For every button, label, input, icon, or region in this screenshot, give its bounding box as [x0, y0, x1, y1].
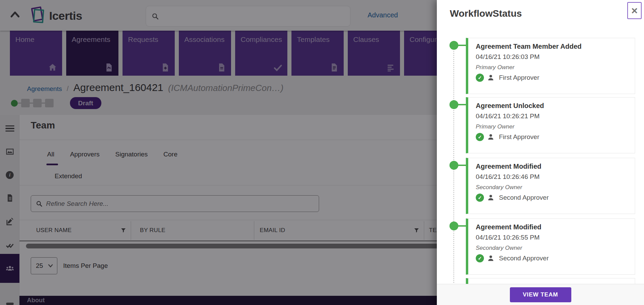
timeline-dot	[449, 222, 458, 230]
section-title: Team	[31, 120, 55, 131]
brand-name: Icertis	[49, 9, 82, 22]
person-icon	[487, 74, 494, 81]
document-plus-icon	[160, 63, 170, 72]
about-link[interactable]: About	[27, 297, 45, 304]
document-chart-icon	[104, 63, 114, 72]
step-pending-2	[33, 99, 42, 107]
nav-tab-clauses[interactable]: Clauses	[348, 31, 400, 76]
view-team-button[interactable]: VIEW TEAM	[510, 287, 571, 302]
tab-signatories[interactable]: Signatories	[115, 151, 148, 158]
icertis-logo-icon	[30, 6, 48, 25]
step-pending-1	[21, 99, 30, 107]
breadcrumb-agreements-link[interactable]: Agreements	[27, 85, 62, 93]
list-icon	[386, 63, 395, 72]
event-owner: Primary Owner	[476, 64, 514, 71]
workflow-timeline: Agreement Team Member Added 04/16/21 10:…	[437, 0, 644, 284]
search-icon	[36, 200, 43, 207]
event-owner: Secondary Owner	[476, 245, 522, 251]
side-rail: i	[0, 115, 19, 305]
more-icon[interactable]	[0, 295, 19, 305]
approver-name: First Approver	[499, 133, 539, 141]
person-icon	[487, 255, 494, 262]
nav-tab-compliances[interactable]: Compliances	[235, 31, 287, 76]
nav-tab-agreements[interactable]: Agreements	[66, 31, 118, 76]
timeline-event-card: Agreement Unlocked 04/16/21 10:26:21 PM …	[466, 97, 635, 153]
nav-tab-associations[interactable]: Associations	[179, 31, 231, 76]
filter-icon[interactable]	[414, 228, 419, 233]
event-approver-row: ✓ Second Approver	[476, 254, 549, 262]
home-icon	[48, 63, 57, 72]
timeline-event-card-partial	[466, 278, 635, 284]
breadcrumb: Agreements / Agreement_160421 (ICMAutoma…	[27, 82, 284, 93]
nav-tab-requests[interactable]: Requests	[123, 31, 175, 76]
event-approver-row: ✓ Second Approver	[476, 194, 549, 202]
info-icon[interactable]: i	[0, 166, 19, 184]
step-done-dot	[11, 100, 18, 107]
event-owner: Primary Owner	[476, 123, 514, 130]
column-by-rule[interactable]: BY RULE	[131, 220, 254, 241]
document-icon	[217, 63, 226, 72]
document-lines-icon	[329, 63, 339, 72]
check-circle-icon: ✓	[476, 74, 484, 82]
person-icon	[487, 194, 494, 201]
person-icon	[487, 134, 494, 140]
timeline-dot	[449, 161, 458, 170]
global-search	[146, 6, 350, 27]
chevron-down-icon	[47, 263, 54, 268]
workflow-progress-steps: Draft	[11, 97, 101, 109]
primary-nav: Home Agreements Requests Associations Co…	[10, 31, 456, 76]
search-icon	[152, 13, 159, 20]
breadcrumb-separator: /	[67, 85, 69, 93]
workflow-status-panel: WorkflowStatus × Agreement Team Member A…	[437, 0, 644, 305]
tab-core[interactable]: Core	[163, 151, 177, 158]
icertis-logo: Icertis	[30, 6, 82, 25]
active-tab-underline	[46, 164, 58, 165]
items-per-page-select[interactable]: 25	[31, 257, 57, 274]
page-title: Agreement_160421	[73, 82, 163, 93]
event-timestamp: 04/16/21 10:26:03 PM	[476, 53, 540, 61]
nav-tab-templates[interactable]: Templates	[291, 31, 344, 76]
menu-icon[interactable]	[0, 120, 19, 137]
panel-footer: VIEW TEAM	[437, 284, 644, 305]
approver-name: Second Approver	[499, 255, 549, 262]
timeline-event-card: Agreement Team Member Added 04/16/21 10:…	[466, 38, 635, 94]
advanced-search-link[interactable]: Advanced	[368, 11, 398, 19]
global-search-input[interactable]	[162, 13, 345, 20]
timeline-dot	[449, 41, 458, 50]
step-pending-3	[45, 99, 54, 107]
event-owner: Secondary Owner	[476, 184, 522, 191]
app-window: Icertis Advanced Home Agreements Request…	[0, 0, 644, 305]
document-icon[interactable]	[0, 189, 19, 207]
page-subtitle: (ICMAutomationPrimeCon…)	[168, 83, 284, 93]
event-approver-row: ✓ First Approver	[476, 133, 539, 141]
chart-icon[interactable]	[0, 143, 19, 161]
team-tabs: All Approvers Signatories Core	[47, 151, 177, 158]
column-user-name[interactable]: USER NAME	[19, 220, 131, 241]
tab-extended[interactable]: Extended	[55, 172, 82, 180]
filter-icon[interactable]	[121, 228, 126, 233]
horizontal-scrollbar[interactable]	[26, 244, 500, 248]
event-approver-row: ✓ First Approver	[476, 74, 539, 82]
check-icon	[273, 63, 283, 72]
timeline-event-card: Agreement Modified 04/16/21 10:26:46 PM …	[466, 158, 635, 214]
tab-all[interactable]: All	[47, 151, 54, 158]
tab-approvers[interactable]: Approvers	[70, 151, 100, 158]
refine-search-input[interactable]	[46, 200, 314, 208]
check-circle-icon: ✓	[476, 254, 484, 262]
check-circle-icon: ✓	[476, 133, 484, 141]
chevron-up-icon[interactable]	[8, 9, 22, 21]
team-icon[interactable]	[0, 254, 19, 283]
status-badge: Draft	[70, 97, 101, 109]
check-circle-icon: ✓	[476, 194, 484, 202]
column-email-id[interactable]: EMAIL ID	[254, 220, 424, 241]
nav-tab-home[interactable]: Home	[10, 31, 62, 76]
double-check-icon[interactable]	[0, 237, 19, 254]
approver-name: Second Approver	[499, 194, 549, 201]
approver-name: First Approver	[499, 74, 539, 81]
event-timestamp: 04/16/21 10:26:46 PM	[476, 173, 540, 181]
timeline-event-card: Agreement Modified 04/16/21 10:26:55 PM …	[466, 218, 635, 275]
refine-search	[31, 195, 319, 212]
timeline-dot	[449, 100, 458, 109]
items-per-page-label: Items Per Page	[63, 262, 108, 270]
edit-icon[interactable]	[0, 213, 19, 231]
